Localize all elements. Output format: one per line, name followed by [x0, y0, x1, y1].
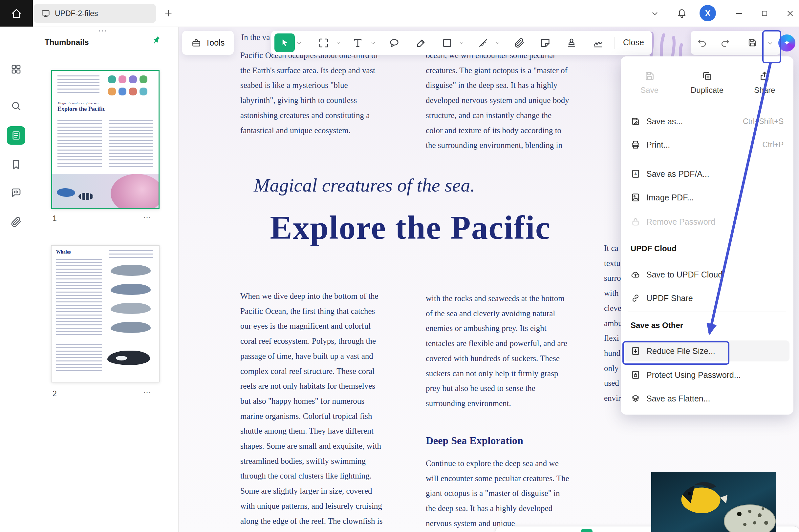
annotation-box-save-chevron [762, 30, 781, 63]
tools-button[interactable]: Tools [182, 31, 234, 55]
select-tool-button[interactable] [274, 34, 295, 52]
thumbnails-title: Thumbnails [44, 38, 89, 47]
toolbar-divider [615, 37, 615, 49]
thumb1-subtitle: Magical creatures of the sea. [57, 101, 99, 105]
pin-icon[interactable] [148, 33, 164, 49]
text-tool-icon[interactable] [352, 37, 363, 49]
tools-icon [192, 38, 201, 48]
menu-item-label: Save as... [646, 117, 683, 126]
thumb2-whale-1 [111, 265, 151, 276]
crop-tool-chevron[interactable] [335, 40, 341, 46]
stamp-tool-icon[interactable] [566, 37, 577, 49]
menu-item-image-pdf[interactable]: Image PDF... [625, 187, 789, 208]
attachments-icon[interactable] [10, 216, 22, 228]
thumb1-anemone [111, 174, 159, 208]
notifications-button[interactable] [676, 8, 687, 18]
quick-duplicate-label: Duplicate [691, 86, 724, 95]
menu-item-label: Print... [646, 140, 670, 150]
page-1-thumbnail[interactable]: Magical creatures of the sea. Explore th… [51, 70, 160, 209]
apps-grid-icon[interactable] [10, 63, 22, 75]
measure-tool-chevron[interactable] [495, 40, 501, 46]
menu-item-remove-password[interactable]: Remove Password [625, 211, 789, 232]
thumb1-col1-bars [57, 120, 102, 169]
close-window-button[interactable] [779, 0, 799, 26]
account-avatar[interactable]: X [700, 5, 716, 21]
bottom-bar-green-button[interactable] [581, 529, 593, 532]
page-2-number: 2 [53, 389, 57, 398]
page-2-more-button[interactable]: ⋯ [143, 388, 152, 397]
crop-tool-icon[interactable] [318, 37, 329, 49]
flatten-icon [631, 394, 640, 403]
thumb1-fish-blue [57, 188, 75, 197]
signature-tool-icon[interactable] [593, 37, 604, 49]
tools-label: Tools [205, 38, 224, 48]
home-button[interactable] [0, 0, 33, 26]
document-occluded-line: In the va [241, 33, 270, 42]
attach-tool-icon[interactable] [514, 37, 525, 49]
quick-save-button[interactable]: Save [621, 63, 678, 102]
paragraph-col2-top: ocean, we will encounter some peculiarcr… [426, 48, 583, 153]
print-icon [631, 140, 640, 150]
new-tab-button[interactable] [163, 8, 173, 18]
document-tab[interactable]: UPDF-2-files [34, 4, 156, 23]
thumb1-title: Explore the Pacific [57, 106, 105, 113]
thumb2-title: Whales [56, 250, 71, 255]
menu-item-save-as-flatten[interactable]: Save as Flatten... [625, 388, 789, 409]
page-1-number: 1 [53, 214, 57, 223]
menu-divider [628, 159, 786, 159]
search-icon[interactable] [10, 100, 22, 112]
redo-icon[interactable] [720, 37, 730, 48]
page-1-more-button[interactable]: ⋯ [143, 213, 152, 222]
menu-item-label: Save as PDF/A... [646, 169, 709, 179]
thumb1-fish-striped [78, 193, 94, 200]
shape-tool-icon[interactable] [441, 37, 453, 49]
shape-tool-chevron[interactable] [459, 40, 465, 46]
quick-share-button[interactable]: Share [736, 63, 794, 102]
menu-section-updf-cloud: UPDF Cloud [631, 244, 676, 253]
annotation-box-reduce-file-size [622, 341, 729, 365]
page-2-thumbnail[interactable]: Whales [51, 245, 160, 382]
cloud-upload-icon [631, 270, 640, 280]
protect-icon [631, 370, 640, 380]
save-icon[interactable] [747, 37, 758, 48]
menu-item-label: Protect Using Password... [646, 370, 741, 380]
menu-item-save-to-updf-cloud[interactable]: Save to UPDF Cloud [625, 264, 789, 285]
measure-tool-icon[interactable] [478, 37, 489, 49]
quick-actions-row: Save Duplicate Share [621, 63, 794, 102]
left-icon-rail [0, 26, 33, 532]
thumb1-coral-grid [108, 75, 154, 97]
close-toolbar-button[interactable]: Close [623, 38, 644, 47]
menu-item-label: Save as Flatten... [646, 394, 710, 403]
select-tool-chevron[interactable] [296, 40, 302, 46]
thumb2-whale-4 [111, 322, 151, 333]
thumb2-whale-2 [111, 284, 151, 295]
menu-item-print[interactable]: Print... Ctrl+P [625, 134, 789, 155]
title-bar: UPDF-2-files X [0, 0, 799, 27]
quick-share-label: Share [754, 86, 775, 95]
link-icon [631, 293, 640, 303]
comment-tool-icon[interactable] [389, 37, 400, 49]
menu-item-label: Remove Password [646, 217, 715, 227]
bookmarks-icon[interactable] [10, 159, 22, 171]
menu-item-updf-share[interactable]: UPDF Share [625, 288, 789, 309]
menu-divider [628, 311, 786, 312]
window-chevron-button[interactable] [651, 9, 659, 18]
menu-item-protect-using-password[interactable]: Protect Using Password... [625, 364, 789, 385]
minimize-button[interactable] [727, 0, 750, 26]
image-pdf-icon [631, 192, 640, 202]
comments-icon[interactable] [10, 187, 22, 199]
paragraph-col1-top: Pacific Ocean occupies about one-third o… [240, 48, 398, 138]
highlighter-tool-icon[interactable] [416, 37, 427, 49]
share-icon [759, 71, 770, 82]
menu-item-save-as-pdfa[interactable]: Save as PDF/A... [625, 163, 789, 184]
tab-title: UPDF-2-files [55, 9, 98, 18]
sticker-tool-icon[interactable] [540, 37, 551, 49]
quick-duplicate-button[interactable]: Duplicate [678, 63, 736, 102]
cursor-icon [280, 38, 290, 48]
menu-item-save-as[interactable]: Save as... Ctrl+Shift+S [625, 111, 789, 132]
thumbnails-panel-button[interactable] [7, 126, 25, 145]
thumb1-text-block [57, 75, 99, 95]
maximize-button[interactable] [753, 0, 776, 26]
undo-icon[interactable] [697, 37, 707, 48]
text-tool-chevron[interactable] [370, 40, 376, 46]
